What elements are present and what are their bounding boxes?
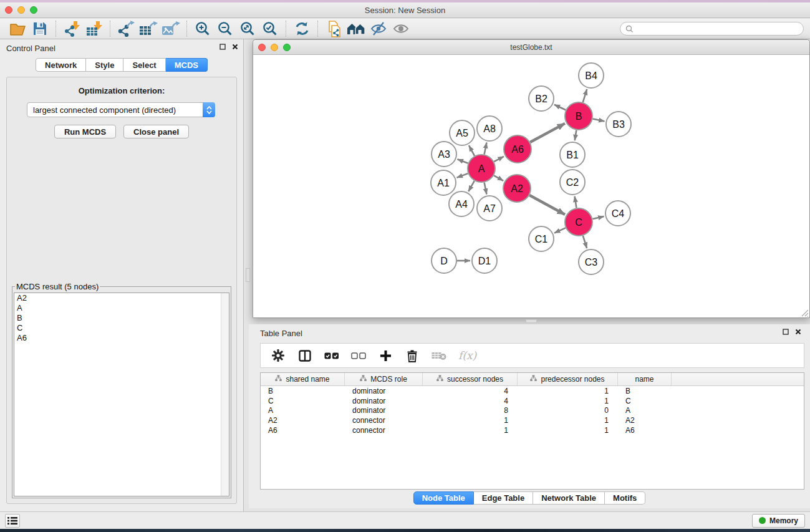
edge-A-A3[interactable] [457,159,468,163]
node-A5[interactable]: A5 [450,120,475,145]
node-B2[interactable]: B2 [529,86,554,111]
search-input[interactable] [634,24,798,33]
network-window-titlebar[interactable]: testGlobe.txt [253,40,809,55]
close-panel-icon[interactable] [232,44,238,50]
node-D[interactable]: D [432,248,456,273]
show-column-panel-icon[interactable] [297,348,312,363]
tab-style[interactable]: Style [86,58,123,72]
result-list-scrollbar[interactable] [221,293,229,496]
node-D1[interactable]: D1 [472,248,497,273]
edge-B-B2[interactable] [554,105,566,110]
node-A8[interactable]: A8 [477,116,502,141]
export-network-icon[interactable] [115,19,137,38]
export-image-icon[interactable] [160,19,182,38]
node-B4[interactable]: B4 [579,63,604,88]
float-table-panel-icon[interactable] [783,329,789,335]
node-A2[interactable]: A2 [503,175,531,202]
tab-mcds[interactable]: MCDS [166,58,208,72]
search-field[interactable] [620,22,804,36]
tab-network[interactable]: Network [36,58,86,72]
table-row[interactable]: A6connector11A6 [261,425,804,435]
tab-select[interactable]: Select [123,58,165,72]
table-row[interactable]: Cdominator41C [261,396,804,406]
edge-A-A7[interactable] [485,183,487,195]
edge-A-A1[interactable] [457,173,468,178]
table-row[interactable]: Adominator80A [261,405,804,415]
edge-A-A5[interactable] [469,145,475,156]
node-A4[interactable]: A4 [449,191,474,216]
node-A1[interactable]: A1 [431,170,456,195]
memory-button[interactable]: Memory [752,514,805,528]
column-header-successor-nodes[interactable]: successor nodes [423,373,518,385]
add-column-icon[interactable] [378,348,393,363]
edge-C-C1[interactable] [554,228,566,233]
edge-A2-C[interactable] [529,195,565,215]
zoom-selected-icon[interactable] [259,19,281,38]
result-list-item[interactable]: A2 [14,293,229,303]
close-table-panel-icon[interactable] [795,329,801,335]
edge-A-A2[interactable] [494,175,503,181]
node-A7[interactable]: A7 [477,196,502,221]
edge-A-A4[interactable] [468,181,474,191]
edge-B-B1[interactable] [575,130,577,141]
node-B1[interactable]: B1 [560,142,585,167]
edge-A-A6[interactable] [494,157,504,162]
edge-B-B3[interactable] [593,119,605,122]
edge-A-A8[interactable] [485,143,487,155]
import-table-icon[interactable] [83,19,105,38]
table-row[interactable]: Bdominator41B [261,386,804,396]
node-C2[interactable]: C2 [560,170,585,195]
edge-B-B4[interactable] [583,89,587,102]
horizontal-split-handle[interactable] [526,319,537,323]
result-list-item[interactable]: A [14,303,229,313]
edge-A6-B[interactable] [530,123,565,142]
column-header-MCDS-role[interactable]: MCDS role [345,373,423,385]
open-session-icon[interactable] [6,19,29,38]
table-settings-icon[interactable] [271,348,286,363]
node-C1[interactable]: C1 [529,226,554,251]
network-canvas[interactable]: B4B2BB3A8A5A6A3B1AA1C2A2A4A7C4CC1DD1C3 [253,55,809,317]
node-A6[interactable]: A6 [504,135,531,163]
tab-network-table[interactable]: Network Table [533,491,605,505]
delete-columns-icon[interactable] [405,348,420,363]
float-panel-icon[interactable] [219,44,226,50]
tab-motifs[interactable]: Motifs [605,491,645,505]
save-session-icon[interactable] [29,19,51,38]
column-header-shared-name[interactable]: shared name [261,373,345,385]
function-builder-icon[interactable]: f(x) [458,348,476,363]
node-C[interactable]: C [565,208,592,236]
table-row[interactable]: A2connector11A2 [261,415,804,425]
column-header-predecessor-nodes[interactable]: predecessor nodes [518,373,618,385]
home-layout-icon[interactable] [345,19,367,38]
result-list-item[interactable]: C [14,323,229,333]
node-C4[interactable]: C4 [605,201,630,226]
edge-C-C2[interactable] [575,196,577,208]
run-mcds-button[interactable]: Run MCDS [54,125,116,138]
tab-node-table[interactable]: Node Table [413,491,474,505]
result-list-item[interactable]: A6 [14,333,229,343]
import-network-icon[interactable] [60,19,83,38]
zoom-in-icon[interactable] [191,19,214,38]
column-header-name[interactable]: name [618,373,672,385]
unselect-all-columns-icon[interactable] [351,348,366,363]
node-A3[interactable]: A3 [432,142,456,167]
export-table-icon[interactable] [137,19,160,38]
edge-C-C4[interactable] [592,216,604,219]
mcds-result-list[interactable]: A2ABCA6 [14,293,229,496]
close-panel-button[interactable]: Close panel [123,125,189,138]
node-A[interactable]: A [468,155,495,182]
vertical-split-handle[interactable] [246,268,250,282]
refresh-style-icon[interactable] [291,19,313,38]
hide-network-icon[interactable] [367,19,390,38]
show-eye-icon[interactable] [390,19,412,38]
task-history-button[interactable] [5,514,20,528]
zoom-fit-icon[interactable] [236,19,259,38]
node-B3[interactable]: B3 [606,112,631,137]
tab-edge-table[interactable]: Edge Table [474,491,533,505]
delete-table-icon[interactable] [432,348,446,363]
zoom-out-icon[interactable] [214,19,236,38]
window-resize-grip[interactable] [800,308,809,317]
result-list-item[interactable]: B [14,313,229,323]
select-all-columns-icon[interactable] [324,348,339,363]
node-B[interactable]: B [565,102,592,130]
